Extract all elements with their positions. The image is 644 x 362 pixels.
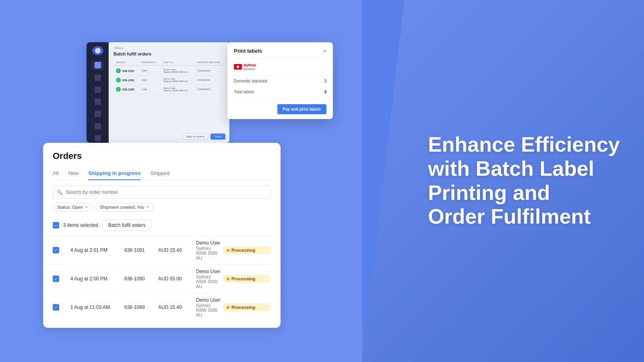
order-2-number: 636-1090 xyxy=(124,276,157,282)
order-2-status: Processing xyxy=(223,275,271,283)
bg-breadcrumb: Orders xyxy=(114,46,225,50)
order-2-customer: Demo User Sydney NSW 2000 AU xyxy=(196,269,221,289)
print-modal-close-button[interactable]: × xyxy=(323,48,326,54)
order-2-status-dot xyxy=(227,278,229,280)
total-labels-label: Total labels xyxy=(234,90,254,94)
order-row-3: ✓ 1 Aug at 11:03 AM 636-1089 AUD 15.40 D… xyxy=(43,293,281,321)
order-1-amount: AUD 15.40 xyxy=(158,247,194,253)
bg-table-header: ORDER # SHIPMENT # SHIP TO SHIPPING METH… xyxy=(114,60,225,66)
print-modal-footer: Pay and print labels xyxy=(227,99,333,119)
order-1-status-dot xyxy=(227,249,229,252)
bulk-checkbox-icon: — xyxy=(54,223,58,228)
print-labels-modal: Print labels × MyPost Business Domestic … xyxy=(227,42,333,119)
order-2-amount: AUD 55.00 xyxy=(158,276,194,282)
search-icon: 🔍 xyxy=(57,189,63,195)
items-selected-text: 3 items selected xyxy=(63,222,98,228)
filter-chip-shipment: Shipment created: Yes × xyxy=(95,203,153,212)
filter-shipment-close[interactable]: × xyxy=(146,205,149,210)
tab-new[interactable]: New xyxy=(68,167,78,180)
print-modal-header: Print labels × xyxy=(227,42,333,58)
print-modal-logo-area: MyPost Business xyxy=(227,58,333,76)
orders-filters: Status: Open × Shipment created: Yes × xyxy=(43,203,281,212)
orders-card: Orders All New Shipping in progress Ship… xyxy=(43,143,281,328)
filter-chip-status: Status: Open × xyxy=(53,203,92,212)
mypost-logo: MyPost Business xyxy=(234,63,326,70)
filter-status-close[interactable]: × xyxy=(85,205,88,210)
bg-app-main: Orders Batch fulfil orders ORDER # SHIPM… xyxy=(109,42,229,143)
bg-back-btn[interactable]: Back to orders xyxy=(183,134,208,140)
bg-actions: Back to orders Done xyxy=(183,134,225,140)
order-3-amount: AUD 15.40 xyxy=(158,304,194,310)
bg-app-window: Orders Batch fulfil orders ORDER # SHIPM… xyxy=(87,42,229,143)
bg-table-row: ✓ 636-1090 1065 Demo UserSydney NSW 2000… xyxy=(114,76,225,85)
filter-status-label: Status: Open xyxy=(57,205,83,210)
bg-table-row: ✓ 636-1089 1066 Demo UserSydney NSW 2000… xyxy=(114,85,225,94)
domestic-standard-label: Domestic standard xyxy=(234,79,267,83)
orders-search-area: 🔍 xyxy=(53,186,271,199)
order-1-customer: Demo User Sydney NSW 2000 AU xyxy=(196,240,221,260)
hero-line3: Printing and xyxy=(428,181,550,204)
mypost-sub-text: Business xyxy=(244,68,256,70)
order-3-date: 1 Aug at 11:03 AM xyxy=(70,304,123,310)
order-1-status: Processing xyxy=(223,246,271,254)
hero-text: Enhance Efficiency with Batch Label Prin… xyxy=(428,133,620,229)
tab-shipped[interactable]: Shipped xyxy=(150,167,169,180)
hero-line2: with Batch Label xyxy=(428,157,594,180)
order-3-customer: Demo User Sydney NSW 2000 AU xyxy=(196,297,221,317)
order-3-checkbox[interactable]: ✓ xyxy=(53,304,59,311)
order-3-number: 636-1089 xyxy=(124,304,157,310)
tab-shipping-in-progress[interactable]: Shipping in progress xyxy=(88,167,140,180)
order-row-1: ✓ 4 Aug at 2:01 PM 636-1091 AUD 15.40 De… xyxy=(43,236,281,264)
pay-and-print-button[interactable]: Pay and print labels xyxy=(277,104,326,114)
batch-fulfil-button[interactable]: Batch fulfil orders xyxy=(102,220,152,231)
bulk-action-bar: — 3 items selected Batch fulfil orders xyxy=(43,216,281,234)
orders-card-header: Orders All New Shipping in progress Ship… xyxy=(43,143,281,180)
search-input[interactable] xyxy=(53,186,271,199)
mypost-logo-icon xyxy=(234,64,242,70)
order-row-2: ✓ 4 Aug at 2:00 PM 636-1090 AUD 55.00 De… xyxy=(43,264,281,293)
domestic-standard-row: Domestic standard 3 xyxy=(227,76,333,86)
order-2-date: 4 Aug at 2:00 PM xyxy=(70,276,123,282)
bg-page-title: Batch fulfil orders xyxy=(114,51,225,56)
total-labels-row: Total labels 3 xyxy=(227,86,333,99)
order-3-status-dot xyxy=(227,306,229,309)
hero-line1: Enhance Efficiency xyxy=(428,133,620,156)
hero-line4: Order Fulfilment xyxy=(428,205,590,228)
bg-table-row: ✓ 636-1091 1064 Demo UserSydney NSW 2000… xyxy=(114,66,225,76)
order-1-number: 636-1091 xyxy=(124,247,157,253)
orders-title: Orders xyxy=(53,151,271,161)
print-modal-title: Print labels xyxy=(234,48,262,54)
order-2-checkbox[interactable]: ✓ xyxy=(53,276,59,282)
order-3-status: Processing xyxy=(223,303,271,311)
bulk-select-checkbox[interactable]: — xyxy=(53,222,59,228)
total-labels-value: 3 xyxy=(324,90,326,94)
bg-sidebar xyxy=(87,42,109,143)
tab-all[interactable]: All xyxy=(53,167,58,180)
order-1-date: 4 Aug at 2:01 PM xyxy=(70,247,123,253)
domestic-standard-value: 3 xyxy=(324,79,326,83)
filter-shipment-label: Shipment created: Yes xyxy=(100,205,144,210)
orders-tabs: All New Shipping in progress Shipped xyxy=(53,167,271,180)
mypost-logo-text: MyPost xyxy=(244,63,256,67)
order-1-checkbox[interactable]: ✓ xyxy=(53,247,59,253)
bg-done-btn[interactable]: Done xyxy=(211,134,225,140)
